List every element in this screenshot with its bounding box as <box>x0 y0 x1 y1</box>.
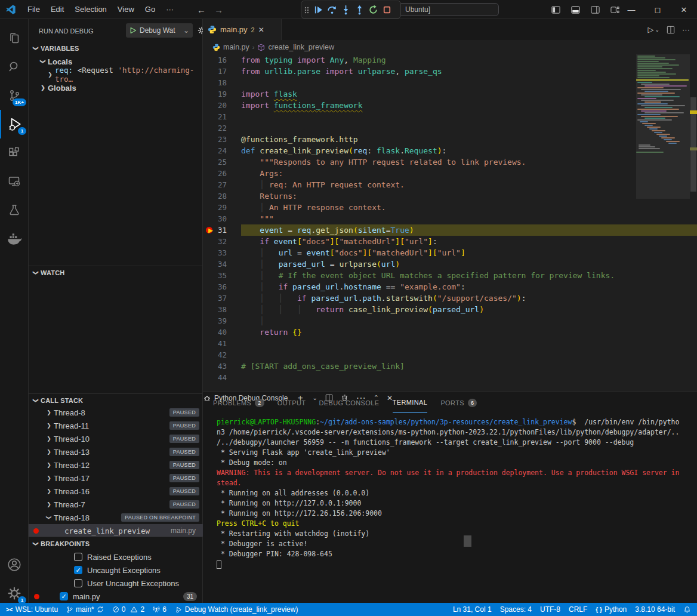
code-line-36[interactable]: 36 │ if parsed_url.hostname == "example.… <box>203 281 697 292</box>
code-line-30[interactable]: 30 """ <box>203 213 697 224</box>
debug-stop-icon[interactable] <box>382 5 392 15</box>
encoding[interactable]: UTF-8 <box>536 603 565 616</box>
code-text[interactable]: if event["docs"]["matchedUrl"]["url"]: <box>241 236 697 247</box>
code-line-33[interactable]: 33 │ url = event["docs"]["matchedUrl"]["… <box>203 247 697 258</box>
python-interpreter[interactable]: 3.8.10 64-bit <box>631 603 679 616</box>
code-text[interactable]: return {} <box>241 327 697 338</box>
code-text[interactable]: import functions_framework <box>241 100 697 111</box>
code-line-39[interactable]: 39 │ <box>203 315 697 327</box>
code-line-28[interactable]: 28 Returns: <box>203 190 697 202</box>
activity-search[interactable] <box>0 53 29 81</box>
line-number[interactable]: 25 <box>203 156 241 168</box>
code-text[interactable] <box>241 349 697 361</box>
code-text[interactable]: """Responds to any HTTP request related … <box>241 156 697 168</box>
activity-docker[interactable] <box>0 224 29 253</box>
editor-more-icon[interactable]: ··· <box>682 25 690 34</box>
breadcrumb-file[interactable]: main.py <box>223 43 249 51</box>
eol-sequence[interactable]: CRLF <box>565 603 591 616</box>
activity-accounts[interactable] <box>0 550 29 579</box>
debug-step-over-icon[interactable] <box>327 5 337 15</box>
call-stack-thread[interactable]: ❯Thread-16PAUSED <box>29 485 203 498</box>
debug-config-dropdown[interactable]: Debug Wat ⌄ <box>126 23 193 38</box>
code-text[interactable] <box>241 338 697 349</box>
code-text[interactable]: │ │ if parsed_url.path.startswith("/supp… <box>241 292 697 304</box>
breakpoint-checkbox[interactable] <box>74 553 82 561</box>
remote-indicator[interactable]: >< WSL: Ubuntu <box>0 603 62 616</box>
code-line-23[interactable]: 23@functions_framework.http <box>203 134 697 145</box>
breadcrumb[interactable]: main.py › create_link_preview <box>203 40 697 54</box>
breadcrumb-symbol[interactable]: create_link_preview <box>268 43 334 51</box>
minimap[interactable] <box>636 54 690 392</box>
code-line-34[interactable]: 34 │ parsed_url = urlparse(url) <box>203 258 697 270</box>
section-call-stack[interactable]: ❯CALL STACK <box>29 394 203 407</box>
nav-back-icon[interactable]: ← <box>197 5 206 15</box>
toggle-panel-icon[interactable] <box>571 5 580 14</box>
line-number[interactable]: 22 <box>203 122 241 134</box>
line-number[interactable]: 38 <box>203 304 241 315</box>
code-line-44[interactable]: 44 <box>203 372 697 383</box>
nav-forward-icon[interactable]: → <box>214 5 223 15</box>
indentation[interactable]: Spaces: 4 <box>496 603 536 616</box>
activity-testing[interactable] <box>0 196 29 224</box>
toggle-sidebar-icon[interactable] <box>551 5 560 14</box>
line-number[interactable]: 24 <box>203 145 241 156</box>
breakpoint-row[interactable]: ✓Uncaught Exceptions <box>29 563 203 577</box>
line-number[interactable]: 44 <box>203 372 241 383</box>
code-line-29[interactable]: 29 │ An HTTP response context. <box>203 202 697 213</box>
breakpoint-row[interactable]: ✓main.py31 <box>29 590 203 603</box>
code-line-19[interactable]: 19import flask <box>203 88 697 100</box>
code-line-25[interactable]: 25 """Responds to any HTTP request relat… <box>203 156 697 168</box>
line-number[interactable]: 35 <box>203 270 241 281</box>
debug-step-out-icon[interactable] <box>354 5 365 15</box>
section-variables[interactable]: ❯VARIABLES <box>29 42 203 55</box>
code-text[interactable]: │ │ │ return case_link_preview(parsed_ur… <box>241 304 697 315</box>
code-editor[interactable]: 16from typing import Any, Mapping17from … <box>203 54 697 392</box>
line-number[interactable]: 27 <box>203 179 241 190</box>
code-text[interactable] <box>241 77 697 88</box>
maximize-button[interactable]: ◻ <box>644 5 671 14</box>
code-line-35[interactable]: 35 │ # If the event object URL matches a… <box>203 270 697 281</box>
breakpoint-checkbox[interactable]: ✓ <box>60 592 68 600</box>
activity-run-debug[interactable]: 1 <box>0 110 29 138</box>
call-stack-thread[interactable]: ❯Thread-12PAUSED <box>29 458 203 472</box>
code-line-37[interactable]: 37 │ │ if parsed_url.path.startswith("/s… <box>203 292 697 304</box>
section-watch[interactable]: ❯WATCH <box>29 266 203 279</box>
debug-session-item[interactable]: Debug Watch (create_link_preview) <box>171 603 303 616</box>
code-text[interactable]: │ # If the event object URL matches a sp… <box>241 270 697 281</box>
code-text[interactable] <box>241 111 697 122</box>
code-text[interactable]: Returns: <box>241 190 697 202</box>
panel-tab-debug-console[interactable]: DEBUG CONSOLE <box>319 392 379 413</box>
tab-close-icon[interactable]: ✕ <box>258 26 264 34</box>
toggle-secondary-sidebar-icon[interactable] <box>591 5 600 14</box>
editor-scrollbar[interactable] <box>690 54 697 392</box>
menu-selection[interactable]: Selection <box>69 0 112 19</box>
code-line-27[interactable]: 27 │ req: An HTTP request context. <box>203 179 697 190</box>
code-text[interactable]: │ if parsed_url.hostname == "example.com… <box>241 281 697 292</box>
code-text[interactable]: event = req.get_json(silent=True) <box>241 224 697 236</box>
activity-explorer[interactable] <box>0 24 29 53</box>
code-line-21[interactable]: 21 <box>203 111 697 122</box>
breakpoint-row[interactable]: Raised Exceptions <box>29 550 203 563</box>
code-text[interactable]: """ <box>241 213 697 224</box>
problems-item[interactable]: 0 2 <box>108 603 149 616</box>
call-stack-thread[interactable]: ❯Thread-8PAUSED <box>29 406 203 419</box>
line-number[interactable]: 29 <box>203 202 241 213</box>
call-stack-thread[interactable]: ❯Thread-10PAUSED <box>29 432 203 445</box>
line-number[interactable]: 33 <box>203 247 241 258</box>
code-line-24[interactable]: 24def create_link_preview(req: flask.Req… <box>203 145 697 156</box>
call-stack-thread[interactable]: ❯Thread-17PAUSED <box>29 472 203 485</box>
menu-go[interactable]: Go <box>140 0 161 19</box>
debug-step-into-icon[interactable] <box>341 5 351 15</box>
panel-tab-ports[interactable]: PORTS6 <box>440 392 477 413</box>
line-number[interactable]: 41 <box>203 338 241 349</box>
debug-restart-icon[interactable] <box>368 5 378 15</box>
activity-source-control[interactable]: 1K+ <box>0 81 29 110</box>
activity-extensions[interactable] <box>0 138 29 167</box>
toolbar-grip-icon[interactable] <box>304 5 310 14</box>
code-line-40[interactable]: 40 return {} <box>203 327 697 338</box>
code-line-43[interactable]: 43# [START add_ons_case_preview_link] <box>203 361 697 372</box>
code-text[interactable]: from typing import Any, Mapping <box>241 54 697 66</box>
code-text[interactable]: # [START add_ons_case_preview_link] <box>241 361 697 372</box>
code-line-38[interactable]: 38 │ │ │ return case_link_preview(parsed… <box>203 304 697 315</box>
line-number[interactable]: 30 <box>203 213 241 224</box>
